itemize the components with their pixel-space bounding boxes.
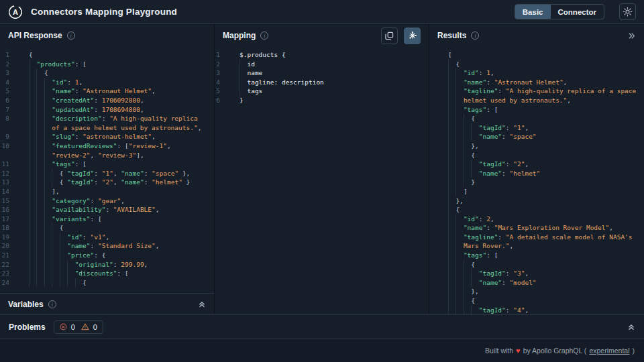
main-area: API Response i 1{2"products": [3{4"id": … — [0, 24, 644, 314]
line-number: 13 — [0, 178, 17, 187]
code-line: { — [429, 205, 644, 215]
code-line: "tagId": "2", — [429, 160, 644, 169]
line-number: 16 — [0, 205, 17, 215]
line-number: 21 — [0, 251, 17, 260]
line-number: 18 — [0, 223, 17, 233]
code-line: { — [429, 114, 644, 123]
api-response-editor[interactable]: 1{2"products": [3{4"id": 1,5"name": "Ast… — [0, 50, 214, 293]
line-number: 2 — [0, 60, 17, 69]
line-number: 3 — [0, 68, 17, 78]
info-icon[interactable]: i — [67, 32, 75, 40]
mode-option-connector[interactable]: Connector — [551, 5, 604, 19]
code-line: 2id — [215, 60, 429, 69]
code-line: 5"name": "Astronaut Helmet", — [0, 86, 214, 96]
code-line: }, — [429, 141, 644, 151]
code-line: 3{ — [0, 68, 214, 78]
code-line: "name": "helmet" — [429, 169, 644, 178]
chevrons-right-icon — [627, 32, 636, 40]
line-number: 22 — [0, 260, 17, 269]
code-line: Mars Rover.", — [429, 241, 644, 251]
code-line: 4"id": 1, — [0, 78, 214, 87]
code-line: { — [429, 151, 644, 160]
code-line: "tags": [ — [429, 105, 644, 115]
code-line: [ — [429, 50, 644, 60]
code-line: "tagId": "1", — [429, 123, 644, 133]
line-number: 4 — [0, 78, 17, 87]
settings-button[interactable] — [619, 3, 636, 20]
error-icon — [60, 323, 67, 330]
code-line: "tags": [ — [429, 251, 644, 260]
code-line: "tagId": "4", — [429, 306, 644, 314]
gear-icon — [623, 7, 633, 17]
code-line: "name": "space" — [429, 132, 644, 141]
line-number: 23 — [0, 269, 17, 278]
experimental-link[interactable]: experimental — [589, 347, 629, 355]
results-header: Results i — [429, 24, 644, 47]
results-viewer[interactable]: [{"id": 1,"name": "Astronaut Helmet","ta… — [429, 50, 644, 314]
problems-collapse-button[interactable] — [627, 323, 635, 331]
code-line: } — [429, 178, 644, 187]
info-icon[interactable]: i — [48, 300, 56, 308]
line-number: 3 — [215, 68, 228, 78]
code-line: }, — [429, 196, 644, 206]
code-line: 21"price": { — [0, 251, 214, 260]
code-line: 19"id": "v1", — [0, 233, 214, 242]
code-line: 18{ — [0, 223, 214, 233]
heart-icon: ♥ — [516, 347, 521, 355]
apollo-logo-icon: A — [8, 5, 23, 19]
code-line: of a space helmet used by astronauts.", — [0, 123, 214, 133]
code-line: "id": 2, — [429, 215, 644, 224]
app-header: A Connectors Mapping Playground Basic Co… — [0, 0, 644, 24]
line-number — [0, 151, 17, 160]
code-line: "name": "Astronaut Helmet", — [429, 78, 644, 87]
line-number: 5 — [215, 86, 228, 96]
code-line: 10"featuredReviews": ["review-1", — [0, 141, 214, 151]
mapping-header: Mapping i — [215, 24, 429, 47]
line-number: 1 — [0, 50, 17, 60]
code-line: 16"availability": "AVAILABLE", — [0, 205, 214, 215]
code-line: "tagId": "3", — [429, 269, 644, 278]
info-icon[interactable]: i — [260, 32, 268, 40]
variables-bar: Variables i — [0, 293, 214, 314]
code-line: 1{ — [0, 50, 214, 60]
line-number: 15 — [0, 196, 17, 206]
code-line: { — [429, 60, 644, 69]
footer-text: by Apollo GraphQL ( — [523, 347, 587, 355]
copy-mapping-button[interactable] — [381, 27, 398, 44]
line-number: 6 — [215, 96, 228, 105]
code-line: 20"name": "Standard Size", — [0, 241, 214, 251]
results-panel: Results i [{"id": 1,"name": "Astronaut H… — [429, 24, 644, 314]
variables-collapse-button[interactable] — [198, 300, 206, 308]
line-number: 24 — [0, 278, 17, 288]
code-line: 8"description": "A high-quality replica — [0, 114, 214, 123]
mapping-editor[interactable]: 1$.products {2id3name4tagline: descripti… — [215, 50, 429, 314]
results-collapse-button[interactable] — [627, 32, 636, 40]
code-line: 17"variants": [ — [0, 215, 214, 224]
line-number: 11 — [0, 160, 17, 169]
line-number: 10 — [0, 141, 17, 151]
footer-text: ) — [633, 347, 635, 355]
line-number: 6 — [0, 96, 17, 105]
code-line: 13{ "tagId": "2", "name": "helmet" } — [0, 178, 214, 187]
problems-title: Problems — [9, 322, 46, 332]
code-line: "review-2", "review-3"], — [0, 151, 214, 160]
code-line: helmet used by astronauts.", — [429, 96, 644, 105]
auto-generate-mapping-button[interactable] — [404, 27, 421, 44]
info-icon[interactable]: i — [471, 32, 479, 40]
mode-option-basic[interactable]: Basic — [515, 5, 551, 19]
code-line: "id": 1, — [429, 68, 644, 78]
mode-toggle: Basic Connector — [515, 4, 604, 19]
code-line: 6} — [215, 96, 429, 105]
error-count: 0 — [71, 323, 75, 331]
code-line: "tagline": "A detailed scale model of NA… — [429, 233, 644, 242]
svg-text:A: A — [13, 8, 18, 16]
code-line: 5tags — [215, 86, 429, 96]
footer-text: Built with — [485, 347, 513, 355]
warning-count: 0 — [93, 323, 97, 331]
problems-count-badge[interactable]: 0 0 — [54, 320, 103, 334]
code-line: 23"discounts": [ — [0, 269, 214, 278]
code-line: 2"products": [ — [0, 60, 214, 69]
line-number: 1 — [215, 50, 228, 60]
variables-title: Variables — [8, 300, 44, 309]
code-line: { — [429, 296, 644, 306]
